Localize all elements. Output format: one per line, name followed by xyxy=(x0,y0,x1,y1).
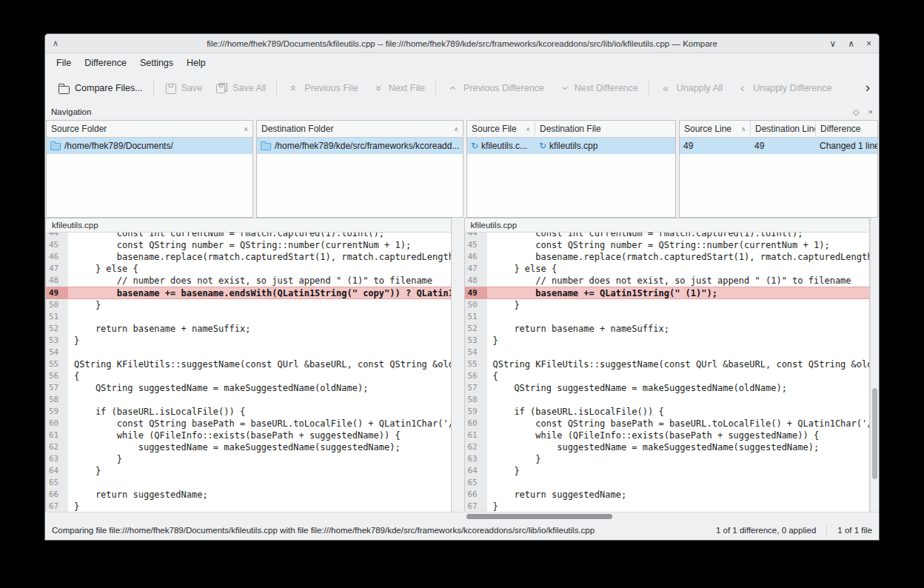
code-text: } else { xyxy=(487,263,870,275)
code-line: 48 // number does not exist, so just app… xyxy=(465,275,870,287)
compare-files-button[interactable]: Compare Files... xyxy=(51,77,150,100)
menu-help[interactable]: Help xyxy=(180,55,212,71)
code-text: QString KFileUtils::suggestName(const QU… xyxy=(487,358,870,370)
destination-code-view[interactable]: 44 const int currentNum = rmatch.capture… xyxy=(465,233,870,512)
destination-folder-header[interactable]: Destination Folder ∧ xyxy=(257,121,463,137)
menu-bar: FileDifferenceSettingsHelp xyxy=(45,53,879,73)
code-text: { xyxy=(487,370,870,382)
code-text: while (QFileInfo::exists(basePath + sugg… xyxy=(68,430,451,441)
menu-difference[interactable]: Difference xyxy=(78,55,133,71)
unapply-all-button[interactable]: Unapply All xyxy=(653,77,730,100)
dock-close-icon[interactable]: × xyxy=(868,107,873,117)
destination-file-header[interactable]: Destination File xyxy=(535,121,675,137)
toolbar-button-label: Next File xyxy=(389,83,425,93)
code-text: // number does not exist, so just append… xyxy=(68,275,451,287)
code-text: } xyxy=(487,465,870,477)
dock-float-icon[interactable]: ◇ xyxy=(853,107,859,117)
source-folder-row[interactable]: /home/fhek789/Documents/ xyxy=(47,138,252,154)
destination-folder-panel: Destination Folder ∧ /home/fhek789/kde/s… xyxy=(256,120,463,218)
code-line: 66 return suggestedName; xyxy=(465,489,870,501)
code-line: 59 if (baseURL.isLocalFile()) { xyxy=(465,406,870,418)
code-text: } xyxy=(68,453,451,465)
changed-code-line[interactable]: 49 basename += basename.endsWith(QLatin1… xyxy=(46,287,451,299)
code-text xyxy=(68,311,451,323)
previous-difference-icon xyxy=(446,82,459,95)
destination-folder-row[interactable]: /home/fhek789/kde/src/frameworks/kcoread… xyxy=(257,138,463,154)
line-number: 51 xyxy=(46,311,68,323)
code-text: // number does not exist, so just append… xyxy=(487,275,870,287)
toolbar-button-label: Previous Difference xyxy=(463,83,544,93)
previous-file-button[interactable]: Previous File xyxy=(281,77,364,100)
toolbar-overflow-button[interactable]: › xyxy=(858,79,873,98)
next-difference-button[interactable]: Next Difference xyxy=(551,77,645,100)
status-files: 1 of 1 file xyxy=(837,526,872,535)
pane-splitter[interactable] xyxy=(452,218,464,512)
line-number: 45 xyxy=(46,239,68,251)
line-number: 65 xyxy=(465,477,487,489)
sort-asc-icon: ∧ xyxy=(521,126,530,133)
menu-file[interactable]: File xyxy=(50,55,78,71)
difference-row[interactable]: 49 49 Changed 1 line xyxy=(680,138,877,154)
horizontal-scrollbar-thumb[interactable] xyxy=(466,514,612,519)
code-text: const QString basePath = baseURL.toLocal… xyxy=(487,418,870,430)
line-number: 50 xyxy=(46,299,68,311)
unapply-difference-button[interactable]: Unapply Difference xyxy=(729,77,838,100)
difference-header[interactable]: Difference xyxy=(816,121,877,137)
line-number: 57 xyxy=(465,382,487,394)
changed-code-line[interactable]: 49 basename += QLatin1String(" (1)"); xyxy=(465,287,870,299)
previous-difference-button[interactable]: Previous Difference xyxy=(440,77,551,100)
minimize-icon[interactable]: ∨ xyxy=(829,39,836,49)
close-icon[interactable]: × xyxy=(866,39,871,49)
menu-settings[interactable]: Settings xyxy=(133,55,180,71)
code-text: } else { xyxy=(68,263,451,275)
code-line: 62 suggestedName = makeSuggestedName(sug… xyxy=(46,441,451,453)
folder-icon xyxy=(50,143,61,150)
code-line: 52 return basename + nameSuffix; xyxy=(465,323,870,335)
files-panel: Source File ∧ Destination File ↻ kfileut… xyxy=(466,120,676,218)
save-button[interactable]: Save xyxy=(158,77,210,100)
vertical-scrollbar-thumb[interactable] xyxy=(872,388,877,479)
title-bar: ∧ file:///home/fhek789/Documents/kfileut… xyxy=(45,34,879,53)
toolbar-button-label: Save All xyxy=(232,83,266,93)
code-text: return suggestedName; xyxy=(68,489,451,501)
save-all-button[interactable]: Save All xyxy=(209,77,272,100)
destination-line-header[interactable]: Destination Line xyxy=(751,121,816,137)
line-number: 50 xyxy=(465,299,487,311)
code-line: 53} xyxy=(46,335,451,347)
toolbar-button-label: Unapply Difference xyxy=(753,83,831,93)
source-line-header[interactable]: Source Line ∧ xyxy=(680,121,751,137)
code-line: 57 QString suggestedName = makeSuggested… xyxy=(465,382,870,394)
line-number: 57 xyxy=(46,382,68,394)
code-text: } xyxy=(487,335,870,347)
code-text: const QString number = QString::number(c… xyxy=(487,239,870,251)
toolbar: Compare Files...SaveSave AllPrevious Fil… xyxy=(45,73,879,104)
code-text: return suggestedName; xyxy=(487,489,870,501)
previous-file-icon xyxy=(287,82,300,95)
code-line: 67} xyxy=(465,501,870,512)
code-line: 54 xyxy=(465,347,870,358)
line-number: 52 xyxy=(465,323,487,335)
code-line: 46 basename.replace(rmatch.capturedStart… xyxy=(465,251,870,263)
code-line: 58 xyxy=(465,394,870,406)
toolbar-separator xyxy=(153,80,154,96)
folder-icon xyxy=(261,143,271,150)
sort-asc-icon: ∧ xyxy=(449,126,458,133)
line-number: 53 xyxy=(46,335,68,347)
code-line: 64 } xyxy=(46,465,451,477)
toolbar-button-label: Save xyxy=(181,83,203,93)
code-text: basename.replace(rmatch.capturedStart(1)… xyxy=(68,251,451,263)
vertical-scrollbar[interactable] xyxy=(870,218,879,512)
code-text: } xyxy=(68,335,451,347)
line-number: 51 xyxy=(465,311,487,323)
code-line: 56{ xyxy=(46,370,451,382)
maximize-icon[interactable]: ∧ xyxy=(848,39,854,49)
code-text: const QString number = QString::number(c… xyxy=(68,239,451,251)
next-file-button[interactable]: Next File xyxy=(365,77,432,100)
file-pair-row[interactable]: ↻ kfileutils.c... ↻ kfileutils.cpp xyxy=(467,138,675,154)
source-code-view[interactable]: 44 const int currentNum = rmatch.capture… xyxy=(46,233,451,512)
source-file-header[interactable]: Source File ∧ xyxy=(467,121,535,137)
source-folder-header[interactable]: Source Folder ∧ xyxy=(47,121,252,137)
destination-pane-header: kfileutils.cpp xyxy=(465,218,870,233)
horizontal-scrollbar[interactable] xyxy=(45,512,879,521)
sort-asc-icon: ∧ xyxy=(239,126,248,133)
